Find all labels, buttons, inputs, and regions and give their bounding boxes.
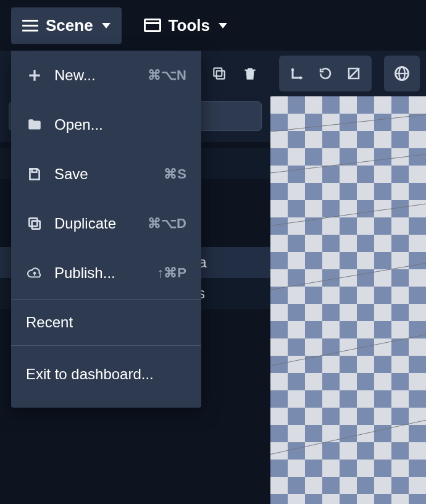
menubar-tools[interactable]: Tools — [133, 7, 238, 44]
box-icon — [346, 66, 361, 81]
globe-icon — [393, 65, 411, 82]
svg-rect-14 — [29, 218, 37, 226]
svg-rect-0 — [217, 71, 225, 79]
delete-button[interactable] — [241, 64, 259, 83]
menubar-scene[interactable]: Scene — [11, 7, 122, 44]
scene-dropdown: New... ⌘⌥N Open... Save ⌘S Duplicate — [11, 51, 201, 408]
svg-line-7 — [270, 145, 426, 180]
axes-button[interactable] — [283, 59, 311, 88]
globe-button[interactable] — [384, 56, 420, 91]
duplicate-icon — [26, 216, 43, 232]
dropdown-separator — [11, 345, 201, 346]
caret-down-icon — [102, 23, 111, 28]
caret-down-icon — [219, 23, 227, 28]
viewport-canvas[interactable] — [270, 96, 426, 504]
menu-label: Exit to dashboard... — [26, 366, 186, 383]
svg-line-6 — [270, 106, 426, 138]
menu-shortcut: ↑⌘P — [157, 265, 186, 281]
copy-icon — [211, 65, 227, 82]
plus-icon — [26, 67, 43, 83]
box-button[interactable] — [340, 59, 368, 88]
view-tool-group — [279, 56, 372, 91]
viewport-toolbar — [270, 51, 426, 96]
svg-line-5 — [270, 96, 426, 103]
svg-rect-1 — [214, 68, 222, 76]
menu-open[interactable]: Open... — [11, 100, 201, 149]
cloud-upload-icon — [26, 265, 43, 281]
refresh-icon — [318, 66, 333, 81]
svg-line-9 — [270, 249, 426, 300]
menu-exit[interactable]: Exit to dashboard... — [11, 347, 201, 401]
right-panel — [270, 51, 426, 504]
menu-shortcut: ⌘S — [164, 166, 186, 182]
svg-line-11 — [270, 401, 426, 468]
menu-label: Recent — [26, 314, 186, 331]
window-icon — [144, 19, 161, 32]
perspective-grid — [270, 96, 426, 504]
menubar: Scene Tools — [0, 0, 426, 51]
menu-label: Open... — [54, 116, 186, 133]
menu-new[interactable]: New... ⌘⌥N — [11, 51, 201, 100]
menubar-tools-label: Tools — [169, 16, 210, 35]
svg-line-12 — [270, 497, 426, 504]
menu-label: New... — [54, 67, 148, 84]
svg-rect-13 — [32, 221, 40, 229]
axes-icon — [290, 66, 304, 81]
trash-icon — [242, 65, 258, 82]
menu-recent[interactable]: Recent — [11, 301, 201, 344]
copy-button[interactable] — [210, 64, 228, 83]
hamburger-icon — [22, 20, 38, 32]
menu-publish[interactable]: Publish... ↑⌘P — [11, 248, 201, 298]
menu-label: Save — [54, 166, 164, 183]
refresh-button[interactable] — [311, 59, 340, 88]
menu-save[interactable]: Save ⌘S — [11, 149, 201, 199]
menu-label: Duplicate — [54, 215, 148, 232]
dropdown-separator — [11, 299, 201, 300]
menu-shortcut: ⌘⌥N — [148, 67, 186, 83]
svg-line-8 — [270, 192, 426, 234]
menubar-scene-label: Scene — [46, 16, 93, 35]
save-icon — [26, 166, 43, 182]
menu-label: Publish... — [54, 264, 157, 282]
menu-shortcut: ⌘⌥D — [148, 216, 186, 232]
menu-duplicate[interactable]: Duplicate ⌘⌥D — [11, 199, 201, 248]
svg-line-10 — [270, 318, 426, 378]
folder-icon — [26, 117, 43, 133]
